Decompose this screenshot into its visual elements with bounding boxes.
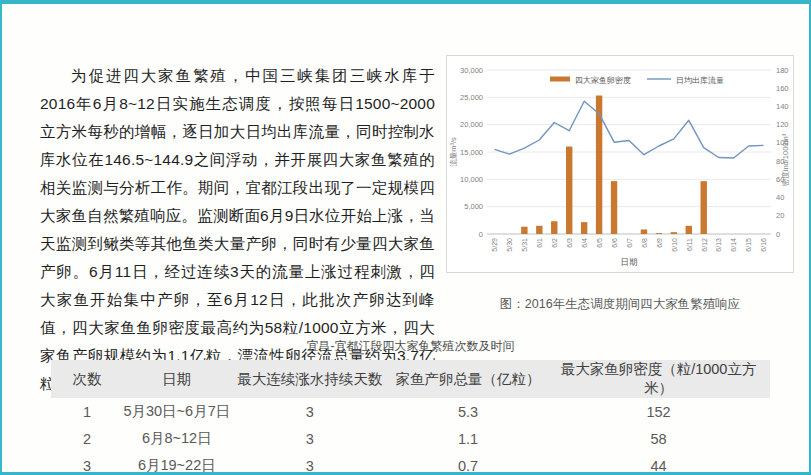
- density-bar: [611, 181, 617, 234]
- right-axis-tick-label: 20: [776, 211, 784, 220]
- density-bar: [671, 232, 677, 234]
- x-axis-tick-label: 6/16: [760, 238, 767, 252]
- table-cell: 3: [231, 452, 389, 475]
- flow-line: [495, 101, 764, 158]
- left-axis-tick-label: 0: [479, 230, 483, 239]
- table-cell: 5月30日~6月7日: [123, 398, 231, 425]
- table-cell: 0.7: [389, 452, 547, 475]
- table-header-cell: 家鱼产卵总量（亿粒）: [389, 360, 547, 398]
- table-cell: 6月19~22日: [123, 452, 231, 475]
- legend-bar-swatch: [550, 77, 570, 82]
- x-axis-tick-label: 6/9: [656, 238, 663, 248]
- density-bar: [566, 147, 572, 234]
- table-row: 15月30日~6月7日35.3152: [51, 398, 770, 425]
- table-cell: 6月8~12日: [123, 425, 231, 452]
- x-axis-tick-label: 6/14: [730, 238, 737, 252]
- chart: 05,00010,00015,00020,00025,00030,0000204…: [446, 55, 794, 273]
- left-axis-tick-label: 10,000: [460, 175, 483, 184]
- x-axis-tick-label: 6/1: [536, 238, 543, 248]
- x-axis-tick-label: 6/15: [745, 238, 752, 252]
- breeding-table: 次数日期最大连续涨水持续天数家鱼产卵总量（亿粒）最大家鱼卵密度（粒/1000立方…: [51, 360, 770, 475]
- left-axis-tick-label: 30,000: [460, 66, 483, 75]
- right-axis-tick-label: 120: [776, 120, 789, 129]
- x-axis-tick-label: 5/31: [521, 238, 528, 252]
- left-axis-tick-label: 20,000: [460, 120, 483, 129]
- table-header-cell: 次数: [51, 360, 123, 398]
- right-axis-tick-label: 160: [776, 84, 789, 93]
- x-axis-tick-label: 6/10: [671, 238, 678, 252]
- table-row: 36月19~22日30.744: [51, 452, 770, 475]
- x-axis-tick-label: 6/2: [551, 238, 558, 248]
- x-axis-tick-label: 6/5: [596, 238, 603, 248]
- density-bar: [686, 226, 692, 234]
- density-bar: [701, 181, 707, 234]
- x-axis-tick-label: 6/4: [581, 238, 588, 248]
- table-cell: 44: [547, 452, 770, 475]
- legend-bar-label: 四大家鱼卵密度: [575, 76, 631, 85]
- x-axis-tick-label: 6/12: [701, 238, 708, 252]
- density-bar: [536, 226, 542, 234]
- table-head: 次数日期最大连续涨水持续天数家鱼产卵总量（亿粒）最大家鱼卵密度（粒/1000立方…: [51, 360, 770, 398]
- chart-caption: 图：2016年生态调度期间四大家鱼繁殖响应: [446, 296, 794, 313]
- left-axis-tick-label: 15,000: [460, 148, 483, 157]
- left-axis-title: 流量m³/s: [449, 137, 458, 167]
- density-bar: [521, 227, 527, 234]
- x-axis-tick-label: 6/11: [686, 238, 693, 251]
- table-section: 宜昌-宜都江段四大家鱼繁殖次数及时间 次数日期最大连续涨水持续天数家鱼产卵总量（…: [51, 338, 770, 475]
- table-header-cell: 日期: [123, 360, 231, 398]
- x-axis-tick-label: 6/13: [715, 238, 722, 252]
- density-bar: [641, 229, 647, 234]
- density-bar: [581, 222, 587, 234]
- density-bar: [551, 221, 557, 234]
- table-cell: 2: [51, 425, 123, 452]
- table-cell: 1.1: [389, 425, 547, 452]
- table-cell: 3: [231, 425, 389, 452]
- chart-svg: 05,00010,00015,00020,00025,00030,0000204…: [447, 56, 793, 272]
- table-cell: 152: [547, 398, 770, 425]
- x-axis-tick-label: 5/30: [506, 238, 513, 252]
- x-axis-title: 日期: [621, 257, 638, 267]
- right-axis-tick-label: 180: [776, 66, 789, 75]
- legend-line-label: 日均出库流量: [676, 76, 724, 85]
- table-title: 宜昌-宜都江段四大家鱼繁殖次数及时间: [51, 338, 770, 355]
- page-frame: 为促进四大家鱼繁殖，中国三峡集团三峡水库于2016年6月8~12日实施生态调度，…: [0, 0, 811, 475]
- table-cell: 3: [51, 452, 123, 475]
- right-axis-tick-label: 0: [776, 230, 780, 239]
- right-axis-title: 密度ind/1000m³: [781, 133, 790, 186]
- table-row: 26月8~12日31.158: [51, 425, 770, 452]
- x-axis-tick-label: 6/3: [566, 238, 573, 248]
- right-axis-tick-label: 140: [776, 102, 789, 111]
- left-axis-tick-label: 5,000: [464, 202, 483, 211]
- density-bar: [596, 96, 602, 234]
- left-axis-tick-label: 25,000: [460, 93, 483, 102]
- density-bar: [656, 233, 662, 234]
- table-body: 15月30日~6月7日35.315226月8~12日31.15836月19~22…: [51, 398, 770, 475]
- x-axis-tick-label: 6/8: [641, 238, 648, 248]
- x-axis-tick-label: 6/7: [626, 238, 633, 248]
- table-cell: 3: [231, 398, 389, 425]
- table-header-cell: 最大家鱼卵密度（粒/1000立方米）: [547, 360, 770, 398]
- x-axis-tick-label: 5/29: [491, 238, 498, 252]
- right-axis-tick-label: 40: [776, 193, 784, 202]
- table-cell: 5.3: [389, 398, 547, 425]
- table-cell: 58: [547, 425, 770, 452]
- table-header-cell: 最大连续涨水持续天数: [231, 360, 389, 398]
- table-cell: 1: [51, 398, 123, 425]
- x-axis-tick-label: 6/6: [611, 238, 618, 248]
